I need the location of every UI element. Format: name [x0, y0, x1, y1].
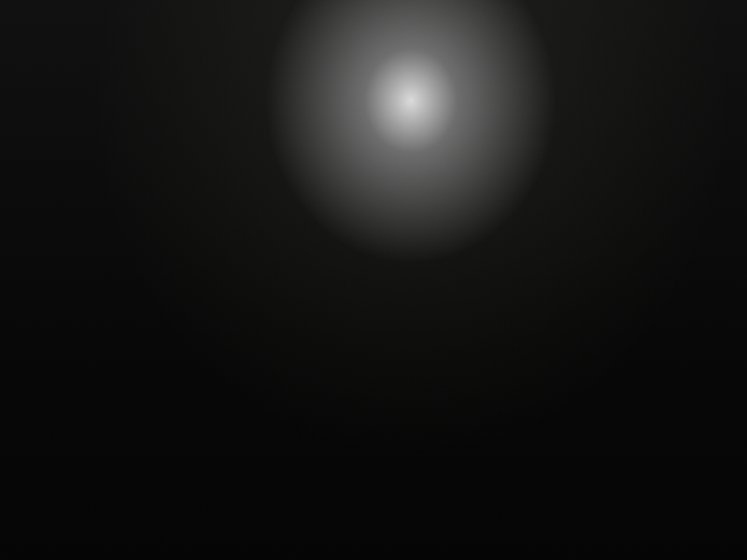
- bios-line-speed: Speed : 2.80 GHz: [11, 118, 736, 138]
- bios-info-block: AMIBIOS(C) 2010 American Megatrends, Inc…: [0, 48, 747, 138]
- ami-url: www.ami.com: [0, 26, 747, 48]
- status-ez-flash: Press ALT+F2 to execute ASUS EZ Flash 2: [11, 193, 736, 214]
- bios-brand-title: Megatrends: [168, 1, 302, 25]
- status-section: Entering SETUP ... Boot Selection Popup …: [0, 151, 747, 276]
- status-memory-ok: 6136MB OK: [11, 256, 736, 276]
- status-ddr3: DDR3-1066MHz: [11, 214, 736, 234]
- footer-id: 65-0805-000001: [11, 527, 178, 546]
- bios-line-model: ASUS P6T SE ACPI BIOS Revision 0805: [11, 77, 736, 98]
- status-entering-setup: Entering SETUP ...: [11, 151, 736, 172]
- top-bar: Megatrends: [0, 0, 747, 26]
- footer-copyright: (C) American Megatrends: [11, 509, 178, 527]
- bios-line-cpu: CPU : Intel(R) Core(TM) i7 CPU 930 @ 2.8…: [11, 97, 736, 118]
- bios-screen: Megatrends www.ami.com AMIBIOS(C) 2010 A…: [0, 0, 747, 560]
- footer: (C) American Megatrends 65-0805-000001: [11, 509, 178, 545]
- bios-line-copyright: AMIBIOS(C) 2010 American Megatrends, Inc…: [11, 57, 736, 77]
- status-usb-init: Initializing USB Controllers .. Done.: [11, 234, 736, 255]
- status-boot-selection: Boot Selection Popup menu has been selec…: [11, 172, 736, 192]
